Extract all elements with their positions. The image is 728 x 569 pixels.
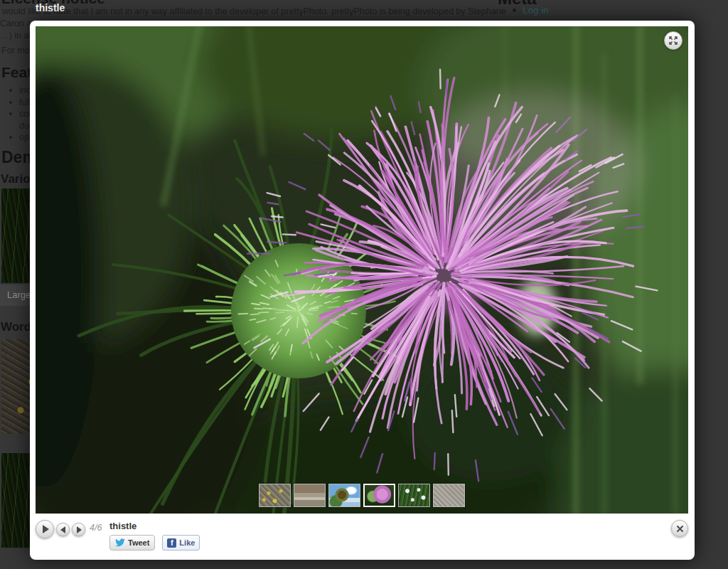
- facebook-like-button[interactable]: f Like: [162, 535, 200, 551]
- license-text-line3: …) in all: [0, 31, 33, 41]
- lightbox-thumbnail-3[interactable]: [328, 484, 360, 507]
- lightbox-thumbnail-6[interactable]: [433, 484, 465, 507]
- social-buttons: Tweet f Like: [109, 535, 200, 551]
- close-button[interactable]: [671, 520, 688, 537]
- caption-label: Large: [7, 289, 31, 300]
- expand-icon: [668, 36, 678, 46]
- play-button[interactable]: [36, 520, 54, 538]
- close-icon: [676, 525, 684, 533]
- like-label: Like: [179, 538, 195, 547]
- image-counter: 4/6: [90, 523, 102, 533]
- login-bullet: [513, 9, 516, 12]
- previous-button[interactable]: [56, 523, 70, 536]
- tweet-label: Tweet: [128, 538, 149, 547]
- facebook-icon: f: [167, 538, 176, 548]
- next-icon: [77, 526, 82, 533]
- lightbox-photo[interactable]: [36, 26, 688, 514]
- thistle-photo: [36, 26, 688, 514]
- photo-title: thistle: [109, 521, 136, 531]
- lightbox-modal: 4/6 thistle Tweet f Like: [30, 21, 695, 560]
- license-text-line1: would like to note that I am not in any …: [2, 6, 506, 16]
- twitter-bird-icon: [115, 538, 125, 547]
- ajax-title-tooltip: thistle: [36, 2, 65, 14]
- lightbox-thumbnail-4-selected[interactable]: [363, 484, 395, 507]
- next-button[interactable]: [72, 523, 85, 536]
- lightbox-thumbnail-1[interactable]: [259, 484, 291, 507]
- login-link[interactable]: Log in: [523, 5, 549, 16]
- lightbox-thumbnail-2[interactable]: [294, 484, 326, 507]
- previous-icon: [60, 526, 65, 533]
- thumbnail-strip: [259, 484, 465, 507]
- expand-button[interactable]: [664, 31, 682, 50]
- play-icon: [43, 525, 49, 533]
- lightbox-thumbnail-5[interactable]: [398, 484, 430, 507]
- lightbox-footer: 4/6 thistle Tweet f Like: [30, 514, 695, 560]
- tweet-button[interactable]: Tweet: [109, 535, 155, 551]
